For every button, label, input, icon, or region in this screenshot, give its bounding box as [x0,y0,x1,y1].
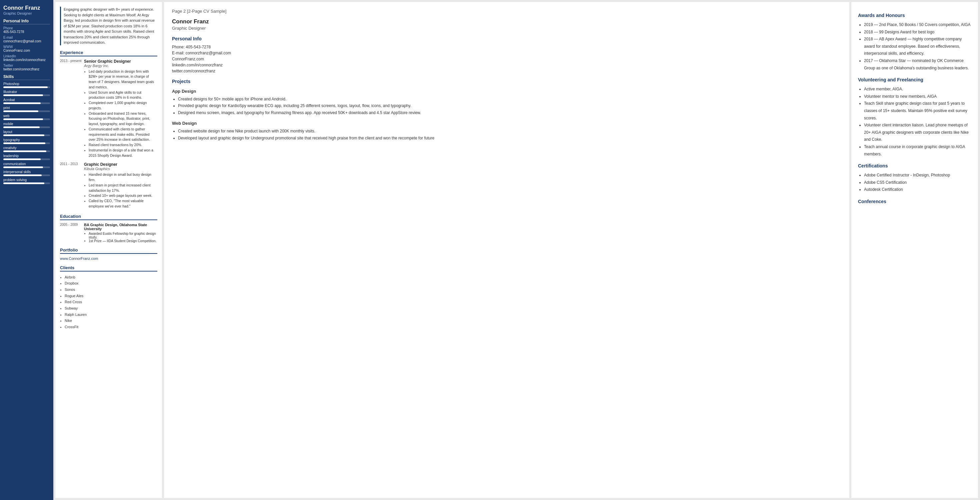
skill-item: leadership [3,154,50,160]
skill-bar-fill [3,174,42,176]
list-item: Adobe Certified Instructor - InDesign, P… [864,172,971,179]
list-item: CrossFit [65,324,158,330]
list-item: Rogue Ales [65,293,158,299]
skill-label: typography [3,138,50,142]
portfolio-url[interactable]: www.ConnorFranz.com [60,257,158,260]
list-item: Called by CEO, "The most valuable employ… [89,198,158,209]
volunteering-label: Volunteering and Freelancing [858,77,971,82]
skill-item: web [3,114,50,120]
list-item: Nike [65,318,158,324]
edu-content: BA Graphic Design, Oklahoma State Univer… [84,223,158,243]
skill-bar-bg [3,94,50,96]
skill-item: communication [3,162,50,168]
list-item: Designed menu screen, images, and typogr… [178,109,842,116]
skill-bar-fill [3,182,45,184]
list-item: Red Cross [65,299,158,305]
skill-bar-bg [3,110,50,112]
page2-project-name: App Design [172,89,842,94]
exp-job-title: Graphic Designer [84,162,158,167]
list-item: Instrumental in design of a site that wo… [89,148,158,158]
page2-projects-container: App DesignCreated designs for 50+ mobile… [172,89,842,141]
list-item: 2018 — 99 Designs Award for best logo [864,29,971,36]
page2-info-item: Phone: 405-543-7278 [172,45,842,50]
page2-info-item: twitter.com/connorzfranz [172,69,842,73]
page2-name: Connor Franz [172,18,842,25]
skill-item: interpersonal skills [3,170,50,176]
linkedin-label: LinkedIn [3,54,50,58]
skill-label: Acrobat [3,98,50,102]
page2-info-item: E-mail: connorzfranz@gmail.com [172,51,842,55]
summary: Engaging graphic designer with 8+ years … [60,7,158,45]
sidebar-job-title: Graphic Designer [3,11,50,15]
skill-bar-fill [3,118,43,120]
page2-title: Graphic Designer [172,26,842,31]
page2-info-container: Phone: 405-543-7278E-mail: connorzfranz@… [172,45,842,73]
page2-projects-label: Projects [172,79,842,84]
volunteering-list: Active member, AIGA.Volunteer mentor to … [858,86,971,158]
exp-date: 2011 - 2013 [60,162,83,166]
skill-item: Illustrator [3,90,50,96]
right-panel: Awards and Honours 2019 — 2nd Place, 50 … [851,2,978,498]
twitter-value: twitter.com/connorzfranz [3,67,50,71]
skill-label: creativity [3,146,50,150]
skill-bar-fill [3,158,41,160]
page2-project-list: Created website design for new Nike prod… [172,128,842,141]
skill-label: Photoshop [3,82,50,86]
exp-company: Kibula Graphics [84,167,158,171]
list-item: Adobe CS5 Certification [864,179,971,187]
skill-bar-bg [3,118,50,120]
page2-info-item: linkedin.com/in/connorzfranz [172,63,842,67]
list-item: Onboarded and trained 15 new hires, focu… [89,111,158,127]
list-item: Teach Skill share graphic design class f… [864,100,971,122]
www-value: ConnorFranz.com [3,49,50,53]
page1: Engaging graphic designer with 8+ years … [55,2,162,498]
education-section-title: Education [60,214,158,220]
skill-bar-fill [3,126,40,128]
list-item: Led daily production in design firm with… [89,69,158,90]
skill-bar-fill [3,102,41,104]
list-item: Autodesk Certification [864,186,971,193]
exp-list: Handled design in small but busy design … [84,172,158,209]
skill-item: Photoshop [3,82,50,88]
list-item: Created 10+ web page layouts per week. [89,193,158,198]
exp-block: 2011 - 2013Graphic DesignerKibula Graphi… [60,162,158,209]
list-item: 1st Prize — IIDA Student Design Competit… [89,239,158,243]
sidebar-personal-info-label: Personal Info [3,19,50,24]
conferences-label: Conferences [858,199,971,204]
skills-label: Skills [3,74,50,80]
edu-container: 2005 - 2009BA Graphic Design, Oklahoma S… [60,223,158,243]
skill-bar-bg [3,174,50,176]
skill-label: web [3,114,50,118]
skill-bar-fill [3,166,43,168]
skill-bar-fill [3,86,48,88]
skill-bar-bg [3,142,50,144]
list-item: Subway [65,305,158,312]
skill-bar-bg [3,150,50,152]
portfolio-section-title: Portfolio [60,248,158,254]
clients-section-title: Clients [60,265,158,272]
phone-value: 405-543-7278 [3,30,50,34]
skill-item: typography [3,138,50,144]
skill-item: layout [3,130,50,136]
main-area: Engaging graphic designer with 8+ years … [53,0,980,500]
skills-container: PhotoshopIllustratorAcrobatprintwebmobil… [3,82,50,184]
skill-bar-bg [3,158,50,160]
skill-bar-fill [3,94,43,96]
page2: Page 2 [2-Page CV Sample] Connor Franz G… [164,2,850,498]
skill-label: communication [3,162,50,166]
edu-block: 2005 - 2009BA Graphic Design, Oklahoma S… [60,223,158,243]
list-item: Used Scrum and Agile skills to cut produ… [89,90,158,101]
certifications-list: Adobe Certified Instructor - InDesign, P… [858,172,971,193]
list-item: Ralph Lauren [65,312,158,318]
email-value: connorzfranz@gmail.com [3,39,50,43]
list-item: Airbnb [65,274,158,281]
skill-label: Illustrator [3,90,50,94]
phone-label: Phone [3,26,50,30]
page2-tag: Page 2 [2-Page CV Sample] [172,9,842,14]
exp-job-title: Senior Graphic Designer [84,59,158,64]
awards-label: Awards and Honours [858,13,971,18]
skill-bar-bg [3,86,50,88]
page2-personal-info-label: Personal Info [172,36,842,42]
list-item: Volunteer mentor to new members, AIGA [864,93,971,101]
sidebar-name: Connor Franz [3,5,50,11]
